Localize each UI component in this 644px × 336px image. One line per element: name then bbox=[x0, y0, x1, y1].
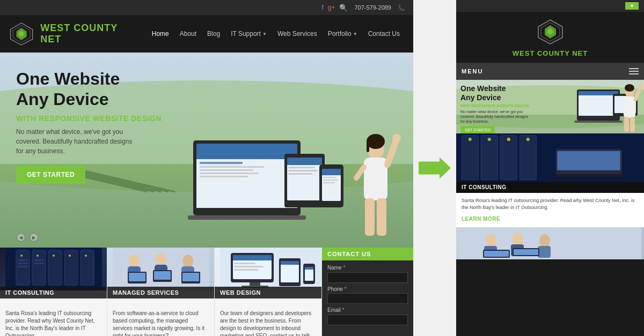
responsive-arrow bbox=[413, 0, 456, 336]
svg-rect-46 bbox=[32, 250, 46, 285]
bottom-cards: IT CONSULTING Santa Rosa's leading IT ou… bbox=[0, 248, 413, 336]
dropdown-arrow: ▼ bbox=[262, 32, 267, 36]
mobile-logo-icon bbox=[536, 17, 565, 47]
phone-icon: 📞 bbox=[398, 4, 405, 11]
svg-rect-98 bbox=[579, 95, 618, 116]
svg-rect-31 bbox=[322, 169, 341, 175]
svg-rect-84 bbox=[281, 261, 299, 265]
svg-rect-19 bbox=[200, 166, 264, 168]
svg-rect-59 bbox=[34, 263, 44, 264]
hero-content: One Website Any Device WITH RESPONSIVE W… bbox=[16, 69, 162, 184]
phone-field-group: Phone * bbox=[327, 286, 408, 304]
svg-point-54 bbox=[85, 255, 87, 257]
nav-portfolio[interactable]: Portfolio ▼ bbox=[323, 26, 363, 42]
managed-services-text: From software-as-a-service to cloud base… bbox=[107, 307, 214, 336]
svg-point-124 bbox=[486, 234, 496, 247]
mobile-dropdown-button[interactable]: ▼ bbox=[625, 2, 639, 10]
email-input[interactable] bbox=[327, 315, 408, 325]
svg-point-61 bbox=[129, 255, 140, 267]
devices-svg bbox=[188, 124, 370, 242]
mobile-top-bar: ▼ bbox=[456, 0, 644, 12]
social-links: f g+ 🔍 bbox=[321, 4, 348, 12]
svg-rect-72 bbox=[182, 273, 199, 281]
hero-description: No matter what device, we've got you cov… bbox=[16, 127, 134, 156]
svg-rect-41 bbox=[377, 198, 386, 236]
phone-input[interactable] bbox=[327, 293, 408, 304]
mobile-menu-bar: MENU bbox=[456, 63, 644, 80]
svg-rect-133 bbox=[514, 249, 538, 255]
svg-point-119 bbox=[469, 138, 472, 141]
mobile-it-consulting-image bbox=[456, 133, 644, 182]
svg-point-120 bbox=[488, 138, 491, 141]
svg-point-122 bbox=[526, 138, 530, 141]
svg-rect-15 bbox=[196, 151, 297, 208]
svg-rect-77 bbox=[234, 263, 255, 264]
nav-home[interactable]: Home bbox=[147, 26, 174, 42]
svg-rect-57 bbox=[18, 266, 28, 267]
top-bar: f g+ 🔍 707-579-2089 📞 bbox=[0, 0, 413, 15]
mobile-brand-name: WEST COUNTY NET bbox=[513, 49, 588, 57]
svg-rect-109 bbox=[630, 117, 635, 132]
svg-point-110 bbox=[625, 84, 634, 92]
mobile-nav: WEST COUNTY NET bbox=[456, 12, 644, 63]
name-input[interactable] bbox=[327, 272, 408, 283]
nav-web-services[interactable]: Web Services bbox=[272, 26, 323, 42]
googleplus-icon[interactable]: g+ bbox=[328, 4, 335, 11]
svg-rect-45 bbox=[16, 250, 30, 285]
svg-rect-87 bbox=[305, 267, 313, 270]
mobile-hero-desc: No matter what device, we've got you cov… bbox=[460, 109, 530, 124]
learn-more-link[interactable]: LEARN MORE bbox=[462, 216, 500, 222]
prev-dot[interactable]: ◀ bbox=[16, 233, 26, 242]
nav-about[interactable]: About bbox=[174, 26, 202, 42]
hamburger-button[interactable] bbox=[629, 68, 639, 74]
search-icon[interactable]: 🔍 bbox=[339, 4, 348, 12]
contact-form-header: CONTACT US bbox=[322, 248, 413, 260]
people-working-image bbox=[113, 248, 209, 290]
mobile-it-consulting-card: IT CONSULTING Santa Rosa's leading IT ou… bbox=[456, 133, 644, 227]
svg-rect-47 bbox=[48, 250, 62, 285]
svg-point-69 bbox=[182, 255, 193, 267]
desktop-view: f g+ 🔍 707-579-2089 📞 WEST COUNTY NET Ho… bbox=[0, 0, 413, 336]
svg-rect-80 bbox=[250, 282, 260, 286]
svg-point-53 bbox=[69, 255, 71, 257]
email-field-group: Email * bbox=[327, 307, 408, 325]
svg-rect-76 bbox=[233, 255, 272, 260]
dropdown-arrow-2: ▼ bbox=[353, 32, 357, 36]
svg-rect-115 bbox=[519, 136, 536, 180]
mobile-it-consulting-label: IT CONSULTING bbox=[456, 182, 644, 193]
svg-rect-18 bbox=[200, 162, 243, 164]
managed-services-card: MANAGED SERVICES From software-as-a-serv… bbox=[107, 248, 215, 336]
svg-rect-79 bbox=[234, 269, 258, 271]
right-arrow-icon bbox=[419, 158, 451, 179]
svg-rect-48 bbox=[64, 250, 78, 285]
facebook-icon[interactable]: f bbox=[321, 4, 323, 11]
mobile-hero: One Website Any Device WITH RESPONSIVE W… bbox=[456, 80, 644, 133]
mobile-get-started-button[interactable]: Get started bbox=[460, 126, 495, 133]
logo-icon bbox=[8, 19, 35, 49]
web-design-label: WEB DESIGN bbox=[215, 287, 321, 298]
svg-rect-32 bbox=[323, 177, 336, 178]
mobile-hero-devices bbox=[574, 80, 644, 133]
svg-rect-28 bbox=[288, 173, 312, 175]
nav-contact[interactable]: Contact Us bbox=[363, 26, 405, 42]
next-dot[interactable]: ▶ bbox=[29, 233, 39, 242]
svg-rect-49 bbox=[80, 250, 94, 285]
get-started-button[interactable]: GET STARTED bbox=[16, 166, 85, 184]
server-room-image bbox=[5, 248, 102, 290]
mobile-hero-title: One Website Any Device bbox=[460, 84, 530, 102]
svg-rect-33 bbox=[323, 180, 338, 181]
name-label: Name * bbox=[327, 265, 408, 271]
svg-rect-22 bbox=[200, 176, 248, 177]
mobile-server-bg bbox=[456, 133, 644, 182]
svg-rect-40 bbox=[365, 198, 375, 236]
mobile-server-svg bbox=[456, 133, 644, 182]
svg-rect-16 bbox=[196, 151, 297, 159]
nav-it-support[interactable]: IT Support ▼ bbox=[225, 26, 272, 42]
it-consulting-label: IT CONSULTING bbox=[0, 287, 107, 298]
svg-rect-131 bbox=[484, 251, 509, 257]
web-design-devices bbox=[220, 248, 317, 290]
svg-rect-117 bbox=[557, 151, 620, 170]
svg-line-39 bbox=[356, 167, 364, 178]
mobile-managed-services-card bbox=[456, 227, 644, 259]
nav-blog[interactable]: Blog bbox=[202, 26, 225, 42]
